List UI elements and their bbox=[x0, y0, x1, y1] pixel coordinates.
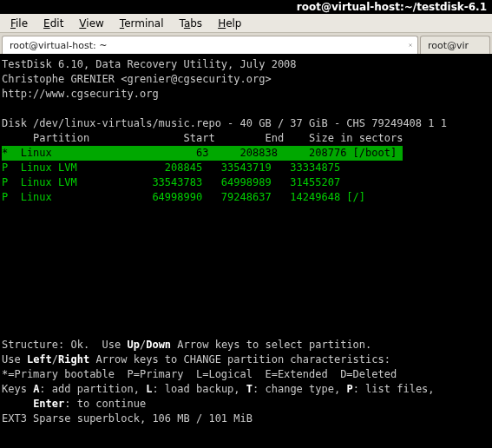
menu-help[interactable]: Help bbox=[211, 16, 248, 31]
partition-row[interactable]: P Linux LVM 208845 33543719 33334875 bbox=[2, 161, 340, 174]
terminal-output[interactable]: TestDisk 6.10, Data Recovery Utility, Ju… bbox=[0, 54, 492, 448]
help-line: Structure: Ok. Use Up/Down Arrow keys to… bbox=[2, 339, 371, 351]
banner-line: http://www.cgsecurity.org bbox=[2, 88, 159, 100]
tab-inactive[interactable]: root@vir bbox=[420, 36, 490, 54]
menu-view[interactable]: View bbox=[72, 16, 110, 31]
partition-header: Partition Start End Size in sectors bbox=[2, 132, 403, 144]
tab-active-label: root@virtual-host: ~ bbox=[10, 40, 107, 51]
partition-row-selected[interactable]: * Linux 63 208838 208776 [/boot] bbox=[2, 146, 403, 161]
banner-line: TestDisk 6.10, Data Recovery Utility, Ju… bbox=[2, 58, 297, 70]
menu-tabs[interactable]: Tabs bbox=[173, 16, 210, 31]
keys-line: Enter: to continue bbox=[2, 398, 146, 410]
keys-line: Keys A: add partition, L: load backup, T… bbox=[2, 383, 435, 395]
disk-line: Disk /dev/linux-virtuals/music.repo - 40… bbox=[2, 117, 447, 129]
partition-row[interactable]: P Linux 64998990 79248637 14249648 [/] bbox=[2, 191, 365, 203]
tab-active[interactable]: root@virtual-host: ~ bbox=[2, 36, 418, 54]
partition-row[interactable]: P Linux LVM 33543783 64998989 31455207 bbox=[2, 176, 340, 188]
tab-inactive-label: root@vir bbox=[428, 40, 469, 51]
window-title: root@virtual-host:~/testdisk-6.1 bbox=[0, 0, 492, 14]
menubar: File Edit View Terminal Tabs Help bbox=[0, 14, 492, 33]
menu-edit[interactable]: Edit bbox=[36, 16, 70, 31]
menu-file[interactable]: File bbox=[3, 16, 35, 31]
menu-terminal[interactable]: Terminal bbox=[113, 16, 171, 31]
tabbar: root@virtual-host: ~ root@vir bbox=[0, 33, 492, 54]
banner-line: Christophe GRENIER <grenier@cgsecurity.o… bbox=[2, 73, 272, 85]
help-line: *=Primary bootable P=Primary L=Logical E… bbox=[2, 368, 397, 380]
fs-line: EXT3 Sparse superblock, 106 MB / 101 MiB bbox=[2, 412, 253, 425]
close-icon[interactable] bbox=[400, 39, 412, 51]
help-line: Use Left/Right Arrow keys to CHANGE part… bbox=[2, 353, 390, 366]
